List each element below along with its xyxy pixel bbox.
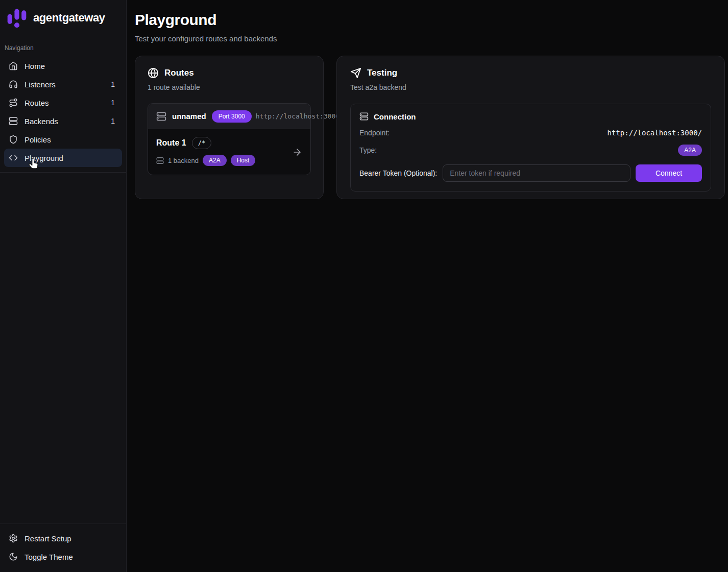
nav-section: Navigation Home Listeners 1 Routes 1 (0, 36, 126, 173)
moon-icon (9, 552, 18, 561)
listener-header: unnamed Port 3000 http://localhost:3000/ (148, 104, 310, 129)
shield-icon (9, 135, 18, 144)
listeners-count-badge: 1 (111, 80, 117, 88)
route-badge-host: Host (231, 155, 256, 166)
sidebar-item-home[interactable]: Home (4, 57, 122, 75)
routes-card-title: Routes (164, 68, 194, 78)
connection-title: Connection (374, 112, 416, 121)
connect-button[interactable]: Connect (636, 164, 702, 182)
sidebar-item-playground[interactable]: Playground (4, 149, 122, 167)
port-badge: Port 3000 (212, 110, 252, 123)
listener-name: unnamed (172, 112, 206, 121)
route-backend-count: 1 backend (168, 157, 199, 164)
bearer-token-row: Bearer Token (Optional): Connect (359, 164, 702, 182)
backends-count-badge: 1 (111, 117, 117, 125)
route-badge-a2a: A2A (203, 155, 227, 166)
sidebar-item-label: Home (25, 62, 45, 70)
route-meta: 1 backend A2A Host (156, 155, 302, 166)
endpoint-label: Endpoint: (359, 129, 390, 137)
nav-section-label: Navigation (4, 39, 122, 57)
brand-header: agentgateway (0, 0, 126, 36)
restart-setup-label: Restart Setup (25, 534, 71, 543)
endpoint-value: http://localhost:3000/ (608, 129, 702, 137)
routes-card-header: Routes (148, 67, 311, 79)
toggle-theme-label: Toggle Theme (25, 553, 73, 561)
connection-header: Connection (359, 112, 702, 121)
testing-card-subtitle: Test a2a backend (350, 83, 711, 91)
gear-icon (9, 534, 18, 543)
sidebar-item-label: Policies (25, 135, 51, 144)
page-title: Playground (135, 11, 725, 29)
routes-count-badge: 1 (111, 99, 117, 107)
sidebar-item-routes[interactable]: Routes 1 (4, 93, 122, 112)
connection-panel: Connection Endpoint: http://localhost:30… (350, 104, 711, 192)
testing-card: Testing Test a2a backend Connection Endp… (336, 56, 725, 199)
sidebar-item-label: Playground (25, 154, 63, 162)
server-icon (156, 111, 166, 122)
routes-card-subtitle: 1 route available (148, 83, 311, 91)
cards-row: Routes 1 route available unnamed Port 30… (135, 56, 725, 199)
headphones-icon (9, 80, 18, 89)
type-badge: A2A (678, 145, 702, 156)
server-icon (359, 112, 369, 121)
main-content: Playground Test your configured routes a… (127, 0, 728, 572)
endpoint-row: Endpoint: http://localhost:3000/ (359, 129, 702, 137)
server-icon (9, 116, 18, 126)
routes-card: Routes 1 route available unnamed Port 30… (135, 56, 324, 199)
sidebar-item-policies[interactable]: Policies (4, 130, 122, 149)
testing-card-header: Testing (350, 67, 711, 79)
page-subtitle: Test your configured routes and backends (135, 34, 725, 43)
arrow-right-icon (292, 147, 302, 157)
send-icon (350, 67, 361, 79)
server-icon (156, 157, 164, 164)
home-icon (9, 61, 18, 70)
testing-card-title: Testing (367, 68, 397, 78)
sidebar-footer: Restart Setup Toggle Theme (0, 523, 126, 572)
bearer-token-input[interactable] (443, 164, 630, 182)
toggle-theme-button[interactable]: Toggle Theme (4, 547, 122, 566)
sidebar-item-label: Listeners (25, 80, 56, 89)
code-icon (9, 153, 18, 162)
sidebar-item-label: Backends (25, 117, 58, 126)
listener-url: http://localhost:3000/ (256, 112, 344, 120)
brand-name: agentgateway (33, 11, 105, 25)
type-label: Type: (359, 146, 377, 154)
bearer-token-label: Bearer Token (Optional): (359, 169, 437, 177)
type-row: Type: A2A (359, 145, 702, 156)
route-name: Route 1 (156, 138, 186, 148)
agentgateway-logo-icon (6, 7, 28, 29)
sidebar: agentgateway Navigation Home Listeners 1… (0, 0, 127, 572)
route-title-row: Route 1 /* (156, 137, 302, 149)
route-list-item[interactable]: Route 1 /* 1 backend A2A Host (148, 129, 310, 175)
listener-group: unnamed Port 3000 http://localhost:3000/… (148, 103, 311, 175)
restart-setup-button[interactable]: Restart Setup (4, 529, 122, 547)
sidebar-item-listeners[interactable]: Listeners 1 (4, 75, 122, 93)
sidebar-item-backends[interactable]: Backends 1 (4, 112, 122, 130)
sidebar-item-label: Routes (25, 99, 49, 107)
route-icon (9, 98, 18, 107)
route-path-badge: /* (192, 137, 211, 149)
globe-icon (148, 67, 159, 79)
